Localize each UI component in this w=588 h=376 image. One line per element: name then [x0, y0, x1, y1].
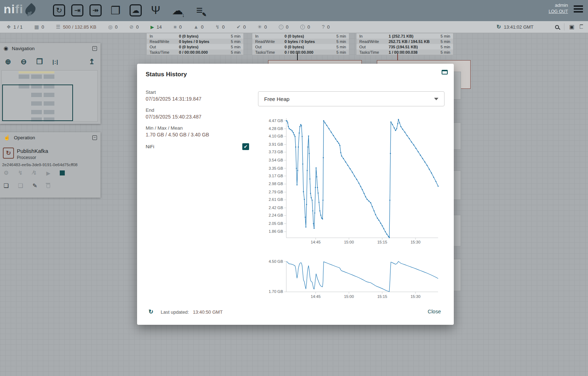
output-port-icon[interactable]: ↠: [89, 4, 102, 16]
process-group-icon[interactable]: ❐: [108, 3, 123, 18]
refresh-icon[interactable]: ↻: [496, 24, 501, 30]
svg-text:1.70 GB: 1.70 GB: [269, 289, 283, 294]
active-threads-indicator-icon: ▦: [34, 24, 39, 29]
remote-process-group-icon[interactable]: ☁: [130, 4, 142, 16]
operation-title: Operation: [14, 135, 89, 140]
not-transmitting-indicator: ⊘0: [130, 24, 139, 30]
selected-component-id: 2e246483-ee9a-3de9-9191-0e64d75cff08: [2, 163, 78, 167]
collapse-navigation-button[interactable]: −: [92, 46, 97, 51]
stat-row: Tasks/Time1 / 00:00:00.0385 min: [356, 49, 453, 55]
status-history-brush-chart[interactable]: 4.50 GB1.70 GB14:4515:0015:1515:30: [264, 257, 443, 301]
selected-component-name: PublishKafka: [17, 148, 48, 154]
maximize-icon[interactable]: [442, 70, 448, 74]
label-icon[interactable]: ≡✎: [191, 3, 207, 18]
stat-row: Read/Write252.71 KB / 194.51 KB5 min: [356, 39, 453, 44]
svg-text:4.10 GB: 4.10 GB: [269, 134, 283, 138]
configuration-icon[interactable]: ⚙: [4, 170, 9, 176]
disable-icon[interactable]: ↯∕: [32, 170, 37, 176]
start-value: 07/16/2025 14:31:19.847: [146, 96, 201, 102]
stat-row: In0 (0 bytes)5 min: [252, 33, 349, 39]
stat-row: Out0 (0 bytes)5 min: [252, 44, 349, 49]
go-to-parent-icon[interactable]: ↥: [89, 57, 95, 66]
processor-stats-table: In0 (0 bytes)5 minRead/Write0 bytes / 0 …: [146, 33, 244, 55]
stat-row: Tasks/Time0 / 00:00:00.0005 min: [147, 49, 243, 55]
start-icon[interactable]: ▶: [46, 170, 50, 176]
warning-indicator-icon: ▲: [194, 24, 199, 29]
group-icon[interactable]: ❑: [18, 183, 23, 189]
delete-icon[interactable]: [47, 184, 50, 188]
processor-stats-table: In1 (252.71 KB)5 minRead/Write252.71 KB …: [356, 33, 453, 55]
collapse-operation-button[interactable]: −: [92, 135, 97, 140]
svg-text:2.42 GB: 2.42 GB: [269, 206, 283, 210]
svg-text:3.73 GB: 3.73 GB: [269, 150, 283, 154]
logout-link[interactable]: LOG OUT: [549, 9, 568, 14]
svg-text:2.98 GB: 2.98 GB: [269, 182, 283, 186]
compass-icon: ◉: [4, 45, 8, 52]
metric-dropdown[interactable]: Free Heap: [258, 91, 444, 106]
input-port-icon[interactable]: ⇥: [71, 4, 83, 16]
active-threads-indicator: ▦0: [34, 24, 44, 30]
locally-modified-indicator-icon: ✳: [258, 24, 262, 29]
queued-indicator-icon: ☰: [56, 24, 60, 29]
svg-text:4.47 GB: 4.47 GB: [269, 119, 283, 123]
nifi-series-checkbox[interactable]: ✔: [242, 143, 249, 150]
svg-text:3.35 GB: 3.35 GB: [269, 166, 283, 170]
locally-modified-indicator: ✳0: [258, 24, 267, 30]
current-user: admin: [549, 3, 568, 8]
cluster-indicator: ❖1 / 1: [6, 24, 23, 30]
logo-text: ni: [4, 2, 15, 16]
cluster-indicator-icon: ❖: [6, 24, 11, 29]
stat-row: Read/Write0 bytes / 0 bytes5 min: [147, 39, 243, 44]
stopped-indicator-icon: ■: [174, 24, 176, 29]
funnel-icon[interactable]: Ψ: [148, 3, 164, 18]
import-from-registry-icon[interactable]: ☁↓: [170, 3, 185, 18]
divider: [564, 23, 564, 30]
end-label: End: [146, 107, 154, 113]
legend-label: NiFi: [146, 144, 154, 149]
change-color-icon[interactable]: ✎: [33, 183, 37, 189]
navigation-panel: ◉ Navigation − ⊕⊖❐|:|↥: [0, 43, 101, 124]
svg-text:15:00: 15:00: [344, 240, 354, 244]
running-indicator: ▶14: [151, 24, 162, 30]
search-icon[interactable]: [555, 25, 559, 29]
enable-icon[interactable]: ↯: [18, 170, 23, 176]
processor-icon[interactable]: ↻: [53, 4, 65, 16]
close-button[interactable]: Close: [428, 309, 441, 314]
svg-text:2.79 GB: 2.79 GB: [269, 190, 283, 194]
copy-icon[interactable]: ❏: [4, 183, 9, 189]
settings-icon[interactable]: ❒: [579, 24, 583, 30]
svg-text:3.17 GB: 3.17 GB: [269, 174, 283, 178]
svg-text:15:15: 15:15: [377, 240, 387, 244]
menu-icon[interactable]: [574, 5, 583, 14]
refresh-status-icon[interactable]: ↻: [149, 308, 153, 315]
min-max-mean-value: 1.70 GB / 4.50 GB / 3.40 GB: [146, 132, 209, 138]
svg-text:1.86 GB: 1.86 GB: [269, 229, 283, 233]
minimap-viewport[interactable]: [2, 85, 73, 121]
sync-failure-indicator: !0: [300, 24, 310, 30]
zoom-in-icon[interactable]: ⊕: [5, 57, 11, 66]
queued-indicator: ☰500 / 132.85 KB: [56, 24, 96, 30]
processor-type-icon: ↻: [3, 148, 14, 159]
svg-text:2.61 GB: 2.61 GB: [269, 197, 283, 202]
stat-row: Read/Write0 bytes / 0 bytes5 min: [252, 39, 349, 44]
warning-indicator: ▲0: [194, 24, 204, 30]
svg-text:2.24 GB: 2.24 GB: [269, 213, 283, 217]
last-updated-value: 13:40:50 GMT: [193, 309, 223, 315]
status-indicators: ❖1 / 1▦0☰500 / 132.85 KB◎0⊘0▶14■0▲0↯0✔0✳…: [6, 24, 341, 30]
navigation-title: Navigation: [12, 46, 89, 51]
processor-stats-table: In0 (0 bytes)5 minRead/Write0 bytes / 0 …: [252, 33, 349, 55]
sync-failure-indicator-icon: !: [300, 25, 305, 29]
minimap[interactable]: [1, 70, 98, 122]
stopped-indicator: ■0: [174, 24, 182, 30]
svg-text:4.50 GB: 4.50 GB: [269, 259, 283, 264]
stop-icon[interactable]: [60, 170, 65, 175]
zoom-actual-icon[interactable]: |:|: [52, 59, 58, 65]
birdseye-icon[interactable]: ▣: [569, 24, 574, 30]
zoom-out-icon[interactable]: ⊖: [21, 57, 27, 66]
zoom-fit-icon[interactable]: ❐: [37, 57, 43, 66]
component-palette: ↻⇥↠❐☁Ψ☁↓≡✎: [53, 2, 207, 19]
help-indicator: ?0: [322, 24, 330, 30]
end-value: 07/16/2025 15:40:23.487: [146, 114, 201, 120]
svg-text:15:30: 15:30: [410, 294, 421, 299]
app-header: nifi ↻⇥↠❐☁Ψ☁↓≡✎ admin LOG OUT: [0, 0, 588, 21]
